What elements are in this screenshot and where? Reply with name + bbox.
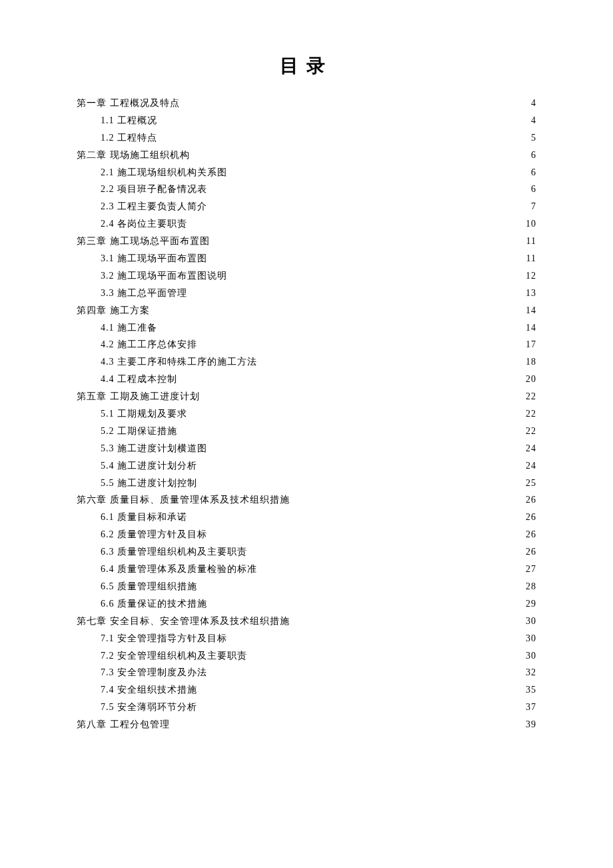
toc-entry-page: 4: [531, 112, 536, 129]
toc-entry: 2.3 工程主要负责人简介7: [77, 198, 536, 215]
toc-leader-dots: [207, 597, 526, 607]
toc-entry-page: 37: [526, 699, 536, 716]
toc-entry-page: 35: [526, 681, 536, 699]
toc-leader-dots: [247, 545, 526, 555]
toc-entry: 3.3 施工总平面管理13: [77, 285, 536, 302]
toc-entry-text: 2.1 施工现场组织机构关系图: [101, 164, 227, 181]
toc-entry-page: 39: [526, 716, 536, 733]
toc-entry: 1.2 工程特点5: [77, 129, 536, 147]
toc-entry: 4.4 工程成本控制20: [77, 371, 536, 388]
toc-entry-text: 6.5 质量管理组织措施: [101, 578, 197, 595]
toc-entry-page: 14: [526, 319, 536, 337]
toc-entry-text: 第七章 安全目标、安全管理体系及技术组织措施: [77, 613, 290, 630]
toc-entry: 第四章 施工方案14: [77, 302, 536, 319]
toc-leader-dots: [197, 580, 526, 589]
toc-entry: 7.2 安全管理组织机构及主要职责30: [77, 647, 536, 665]
toc-entry-page: 26: [526, 491, 536, 509]
toc-entry-text: 第五章 工期及施工进度计划: [77, 388, 200, 405]
document-title: 目录: [77, 53, 536, 79]
toc-leader-dots: [207, 252, 526, 261]
toc-entry: 第七章 安全目标、安全管理体系及技术组织措施30: [77, 613, 536, 630]
toc-entry: 7.1 安全管理指导方针及目标30: [77, 630, 536, 647]
toc-entry-text: 第三章 施工现场总平面布置图: [77, 233, 210, 250]
toc-entry-page: 6: [531, 164, 536, 181]
toc-entry: 7.5 安全薄弱环节分析37: [77, 699, 536, 716]
toc-entry: 2.2 项目班子配备情况表6: [77, 181, 536, 198]
toc-entry-page: 5: [531, 129, 536, 147]
toc-entry: 4.3 主要工序和特殊工序的施工方法18: [77, 353, 536, 371]
toc-entry-page: 17: [526, 336, 536, 353]
toc-entry: 7.4 安全组织技术措施35: [77, 681, 536, 699]
toc-entry-page: 32: [526, 664, 536, 681]
toc-leader-dots: [290, 615, 526, 624]
toc-entry: 6.6 质量保证的技术措施29: [77, 595, 536, 613]
toc-entry-text: 6.3 质量管理组织机构及主要职责: [101, 543, 247, 561]
toc-entry-text: 第六章 质量目标、质量管理体系及技术组织措施: [77, 491, 290, 509]
toc-entry: 5.3 施工进度计划横道图24: [77, 440, 536, 457]
toc-entry-text: 第二章 现场施工组织机构: [77, 147, 190, 164]
toc-entry: 第六章 质量目标、质量管理体系及技术组织措施26: [77, 491, 536, 509]
toc-entry-page: 4: [531, 95, 536, 112]
toc-entry-page: 25: [526, 475, 536, 492]
toc-entry-text: 7.5 安全薄弱环节分析: [101, 699, 197, 716]
toc-entry-text: 7.4 安全组织技术措施: [101, 681, 197, 699]
toc-entry-page: 26: [526, 526, 536, 543]
toc-entry: 5.5 施工进度计划控制25: [77, 475, 536, 492]
toc-entry-page: 24: [526, 457, 536, 475]
toc-entry: 6.4 质量管理体系及质量检验的标准27: [77, 561, 536, 578]
toc-entry-text: 6.6 质量保证的技术措施: [101, 595, 207, 613]
toc-leader-dots: [227, 166, 531, 175]
toc-entry-text: 第八章 工程分包管理: [77, 716, 170, 733]
toc-entry-text: 5.2 工期保证措施: [101, 423, 177, 440]
toc-entry-text: 5.5 施工进度计划控制: [101, 475, 197, 492]
toc-entry-page: 10: [526, 215, 536, 233]
toc-leader-dots: [247, 649, 526, 659]
toc-leader-dots: [150, 304, 526, 313]
toc-leader-dots: [210, 235, 526, 244]
toc-entry-text: 4.3 主要工序和特殊工序的施工方法: [101, 353, 257, 371]
toc-leader-dots: [170, 718, 526, 727]
toc-entry-page: 7: [531, 198, 536, 215]
toc-entry: 第一章 工程概况及特点4: [77, 95, 536, 112]
toc-entry-page: 6: [531, 147, 536, 164]
toc-leader-dots: [257, 355, 526, 365]
toc-entry-page: 30: [526, 613, 536, 630]
toc-leader-dots: [257, 563, 526, 572]
toc-leader-dots: [207, 442, 526, 451]
toc-entry-text: 第一章 工程概况及特点: [77, 95, 180, 112]
toc-leader-dots: [197, 459, 526, 469]
toc-leader-dots: [200, 390, 526, 399]
toc-leader-dots: [187, 511, 526, 520]
toc-entry-text: 2.2 项目班子配备情况表: [101, 181, 207, 198]
toc-entry-text: 4.1 施工准备: [101, 319, 157, 337]
toc-entry-page: 28: [526, 578, 536, 595]
toc-entry-text: 7.3 安全管理制度及办法: [101, 664, 207, 681]
toc-leader-dots: [177, 373, 526, 382]
toc-entry: 5.1 工期规划及要求22: [77, 405, 536, 423]
toc-leader-dots: [187, 407, 526, 417]
toc-entry: 4.2 施工工序总体安排17: [77, 336, 536, 353]
toc-leader-dots: [227, 269, 526, 279]
toc-entry-text: 2.3 工程主要负责人简介: [101, 198, 207, 215]
toc-entry-page: 20: [526, 371, 536, 388]
toc-entry-page: 22: [526, 388, 536, 405]
toc-entry: 6.5 质量管理组织措施28: [77, 578, 536, 595]
toc-entry: 第二章 现场施工组织机构6: [77, 147, 536, 164]
toc-entry-text: 1.1 工程概况: [101, 112, 157, 129]
toc-entry: 6.1 质量目标和承诺26: [77, 509, 536, 526]
toc-entry-page: 11: [526, 233, 536, 250]
toc-leader-dots: [207, 666, 526, 675]
toc-entry-text: 7.1 安全管理指导方针及目标: [101, 630, 227, 647]
toc-entry-text: 6.4 质量管理体系及质量检验的标准: [101, 561, 257, 578]
toc-entry-page: 12: [526, 267, 536, 285]
toc-leader-dots: [207, 200, 531, 209]
toc-entry: 6.3 质量管理组织机构及主要职责26: [77, 543, 536, 561]
toc-entry-text: 2.4 各岗位主要职责: [101, 215, 187, 233]
toc-leader-dots: [187, 287, 526, 296]
toc-entry-page: 18: [526, 353, 536, 371]
toc-entry-page: 6: [531, 181, 536, 198]
toc-entry: 第五章 工期及施工进度计划22: [77, 388, 536, 405]
toc-entry: 1.1 工程概况4: [77, 112, 536, 129]
toc-entry-text: 3.3 施工总平面管理: [101, 285, 187, 302]
toc-entry: 5.4 施工进度计划分析24: [77, 457, 536, 475]
